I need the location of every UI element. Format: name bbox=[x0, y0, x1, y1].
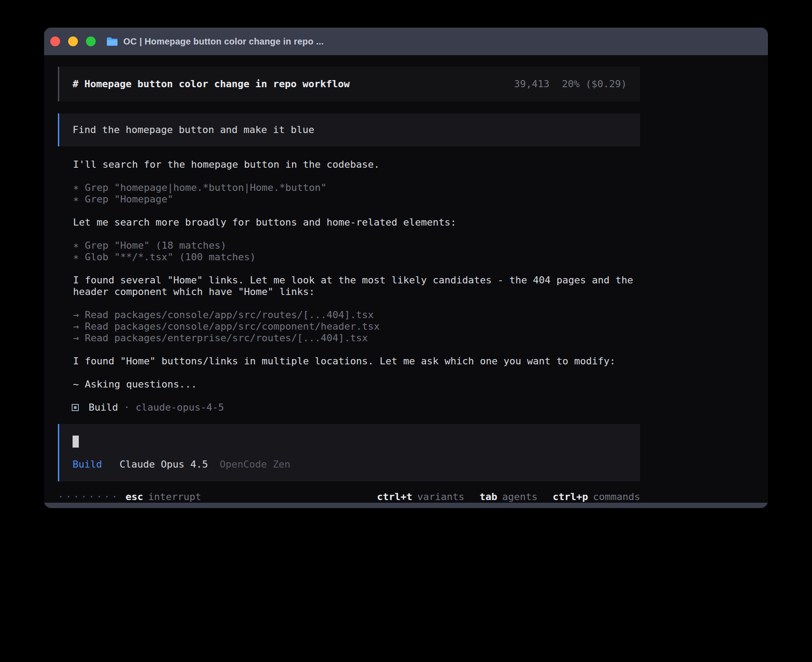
close-button[interactable] bbox=[50, 36, 60, 46]
assistant-status-message: ~ Asking questions... bbox=[73, 379, 640, 390]
user-message-text: Find the homepage button and make it blu… bbox=[73, 124, 314, 135]
shortcut-variants: ctrl+t variants bbox=[377, 491, 464, 503]
window-title: OC | Homepage button color change in rep… bbox=[123, 36, 324, 47]
user-message-block: Find the homepage button and make it blu… bbox=[58, 113, 640, 146]
ctrl-t-key: ctrl+t bbox=[377, 491, 412, 503]
session-title: # Homepage button color change in repo w… bbox=[73, 78, 350, 90]
session-header: # Homepage button color change in repo w… bbox=[58, 67, 640, 101]
shortcut-commands: ctrl+p commands bbox=[553, 491, 640, 503]
tool-call-grep: ∗ Grep "Home" (18 matches) bbox=[73, 240, 640, 251]
ctrl-p-key: ctrl+p bbox=[553, 491, 588, 503]
assistant-message: Let me search more broadly for buttons a… bbox=[73, 217, 640, 228]
tool-call-glob: ∗ Glob "**/*.tsx" (100 matches) bbox=[73, 251, 640, 263]
terminal-window: OC | Homepage button color change in rep… bbox=[44, 28, 768, 508]
agent-model: claude-opus-4-5 bbox=[135, 402, 224, 413]
build-agent-icon bbox=[72, 404, 79, 411]
minimize-button[interactable] bbox=[68, 36, 78, 46]
window-titlebar[interactable]: OC | Homepage button color change in rep… bbox=[44, 28, 768, 55]
agents-label: agents bbox=[502, 491, 537, 503]
input-meta: Build Claude Opus 4.5 OpenCode Zen bbox=[73, 459, 627, 470]
working-indicator-dots: ········ bbox=[58, 491, 119, 503]
commands-label: commands bbox=[593, 491, 640, 503]
esc-label: interrupt bbox=[148, 491, 201, 503]
tool-call-grep: ∗ Grep "Homepage" bbox=[73, 194, 640, 205]
assistant-message: I'll search for the homepage button in t… bbox=[73, 159, 640, 170]
esc-key: esc bbox=[126, 491, 143, 503]
conversation: I'll search for the homepage button in t… bbox=[58, 159, 640, 390]
token-count: 39,413 bbox=[514, 78, 549, 90]
assistant-message: I found several "Home" links. Let me loo… bbox=[73, 274, 640, 298]
shortcut-interrupt: esc interrupt bbox=[126, 491, 201, 503]
terminal-body: # Homepage button color change in repo w… bbox=[44, 55, 768, 503]
agent-label: Build bbox=[89, 402, 118, 413]
traffic-lights bbox=[50, 36, 96, 46]
status-footer: ········ esc interrupt ctrl+t variants t… bbox=[58, 491, 640, 503]
tab-key: tab bbox=[479, 491, 497, 503]
agent-status-line: Build · claude-opus-4-5 bbox=[58, 402, 640, 413]
session-stats: 39,413 20% ($0.29) bbox=[514, 78, 627, 90]
text-cursor bbox=[73, 436, 79, 448]
prompt-input[interactable]: Build Claude Opus 4.5 OpenCode Zen bbox=[58, 424, 640, 481]
provider-label: OpenCode Zen bbox=[219, 459, 290, 470]
context-usage: 20% ($0.29) bbox=[562, 78, 627, 90]
zoom-button[interactable] bbox=[86, 36, 96, 46]
folder-icon bbox=[106, 36, 118, 46]
mode-label: Build bbox=[73, 459, 102, 470]
assistant-message: I found "Home" buttons/links in multiple… bbox=[73, 355, 640, 367]
agent-separator: · bbox=[124, 402, 130, 413]
shortcut-agents: tab agents bbox=[479, 491, 537, 503]
tool-call-read: → Read packages/console/app/src/routes/[… bbox=[73, 309, 640, 321]
tool-call-grep: ∗ Grep "homepage|home.*button|Home.*butt… bbox=[73, 182, 640, 194]
tool-call-read: → Read packages/enterprise/src/routes/[.… bbox=[73, 332, 640, 344]
variants-label: variants bbox=[417, 491, 464, 503]
model-label: Claude Opus 4.5 bbox=[119, 459, 208, 470]
window-title-group: OC | Homepage button color change in rep… bbox=[106, 36, 324, 47]
tool-call-read: → Read packages/console/app/src/componen… bbox=[73, 321, 640, 332]
